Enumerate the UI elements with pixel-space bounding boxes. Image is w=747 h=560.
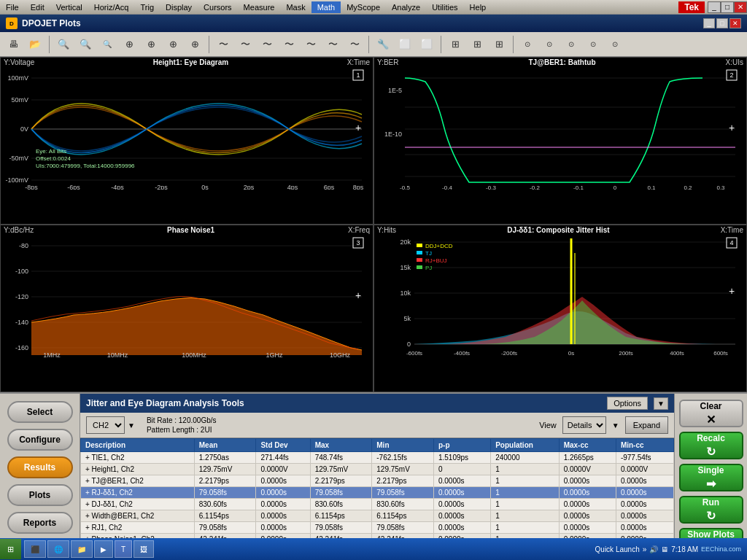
tb-open[interactable]: 📂 — [25, 34, 45, 55]
app-minimize[interactable]: _ — [703, 18, 715, 28]
menu-trig[interactable]: Trig — [134, 1, 160, 13]
taskbar-item-pic[interactable]: 🖼 — [133, 540, 154, 558]
menu-horiz[interactable]: Horiz/Acq — [88, 1, 135, 13]
table-row[interactable]: + Width@BER1, Ch26.1154ps0.0000s6.1154ps… — [81, 510, 674, 522]
tb-wave5[interactable]: 〜 — [301, 34, 321, 55]
menu-utilities[interactable]: Utilities — [426, 1, 463, 13]
col-description[interactable]: Description — [81, 439, 195, 452]
table-row[interactable]: + TIE1, Ch21.2750as271.44fs748.74fs-762.… — [81, 452, 674, 464]
menu-help[interactable]: Help — [464, 1, 492, 13]
results-button[interactable]: Results — [7, 456, 73, 478]
taskbar-item-media[interactable]: ▶ — [94, 540, 113, 558]
tb-grid3[interactable]: ⊞ — [489, 34, 509, 55]
table-row[interactable]: + TJ@BER1, Ch22.2179ps0.0000s2.2179ps2.2… — [81, 475, 674, 487]
expand-button[interactable]: Expand — [625, 416, 668, 434]
menu-analyze[interactable]: Analyze — [386, 1, 426, 13]
menu-display[interactable]: Display — [160, 1, 198, 13]
recalc-button[interactable]: Recalc ↻ — [679, 432, 743, 459]
options-button[interactable]: Options — [607, 397, 648, 410]
col-stddev[interactable]: Std Dev — [256, 439, 310, 452]
recalc-icon: ↻ — [706, 445, 716, 459]
options-dropdown[interactable]: ▼ — [654, 397, 668, 410]
reports-button[interactable]: Reports — [7, 512, 73, 534]
menu-vertical[interactable]: Vertical — [50, 1, 88, 13]
col-maxcc[interactable]: Max-cc — [559, 439, 616, 452]
menu-measure[interactable]: Measure — [238, 1, 281, 13]
win-minimize[interactable]: _ — [708, 1, 721, 13]
run-button[interactable]: Run ↻ — [679, 496, 743, 524]
svg-text:PJ: PJ — [425, 265, 432, 271]
tb-cursor4[interactable]: ⊕ — [185, 34, 205, 55]
table-row[interactable]: + RJ-δδ1, Ch279.058fs0.0000s79.058fs79.0… — [81, 487, 674, 499]
tb-cursor2[interactable]: ⊕ — [141, 34, 161, 55]
app-close[interactable]: ✕ — [729, 18, 741, 28]
svg-text:50mV: 50mV — [11, 96, 28, 104]
col-min[interactable]: Min — [372, 439, 434, 452]
tb-print[interactable]: 🖶 — [3, 34, 23, 55]
menu-math[interactable]: Math — [311, 1, 341, 13]
svg-text:0s: 0s — [201, 184, 209, 190]
left-sidebar: Select Configure Results Plots Reports — [0, 394, 80, 560]
tb-zoom-fit[interactable]: 🔍 — [97, 34, 117, 55]
tb-cursor[interactable]: ⊕ — [119, 34, 139, 55]
tb-wave6[interactable]: 〜 — [322, 34, 343, 55]
tb-wave1[interactable]: 〜 — [213, 34, 233, 55]
clear-button[interactable]: Clear ✕ — [679, 400, 743, 427]
tb-zoom-in[interactable]: 🔍 — [53, 34, 74, 55]
tb-ch4[interactable]: ⊙ — [583, 34, 603, 55]
menu-cursors[interactable]: Cursors — [198, 1, 238, 13]
tb-tool1[interactable]: 🔧 — [373, 34, 393, 55]
menu-myscope[interactable]: MyScope — [341, 1, 386, 13]
tb-ch1[interactable]: ⊙ — [517, 34, 538, 55]
tb-ch2[interactable]: ⊙ — [539, 34, 560, 55]
tb-tool2[interactable]: ⬜ — [395, 34, 415, 55]
network-icon[interactable]: 🖥 — [661, 545, 668, 553]
tb-grid2[interactable]: ⊞ — [467, 34, 487, 55]
tb-wave7[interactable]: 〜 — [344, 34, 365, 55]
tb-zoom-out[interactable]: 🔍 — [75, 34, 96, 55]
menu-mask[interactable]: Mask — [280, 1, 311, 13]
svg-text:-6ps: -6ps — [67, 184, 80, 190]
taskbar-item-cmd[interactable]: ⬛ — [24, 540, 46, 558]
win-close[interactable]: ✕ — [734, 1, 747, 13]
main-content-area: Jitter and Eye Diagram Analysis Tools Op… — [80, 394, 674, 560]
media-icon: ▶ — [101, 545, 107, 553]
table-row[interactable]: + RJ1, Ch279.058fs0.0000s79.058fs79.058f… — [81, 522, 674, 534]
tb-grid1[interactable]: ⊞ — [445, 34, 465, 55]
taskbar-item-tek[interactable]: T — [115, 540, 132, 558]
win-maximize[interactable]: □ — [721, 1, 734, 13]
col-pp[interactable]: p-p — [433, 439, 490, 452]
plots-button[interactable]: Plots — [7, 484, 73, 506]
app-maximize[interactable]: □ — [716, 18, 728, 28]
select-button[interactable]: Select — [7, 401, 73, 423]
channel-select[interactable]: CH2 — [86, 416, 125, 434]
tb-wave4[interactable]: 〜 — [279, 34, 299, 55]
tb-ch5[interactable]: ⊙ — [605, 34, 625, 55]
tb-ch3[interactable]: ⊙ — [561, 34, 581, 55]
col-population[interactable]: Population — [491, 439, 559, 452]
content-header: Jitter and Eye Diagram Analysis Tools Op… — [80, 394, 674, 413]
single-button[interactable]: Single ➡ — [679, 464, 743, 491]
menu-edit[interactable]: Edit — [25, 1, 50, 13]
col-mean[interactable]: Mean — [194, 439, 256, 452]
col-max[interactable]: Max — [310, 439, 372, 452]
details-select[interactable]: Details — [562, 416, 606, 434]
configure-button[interactable]: Configure — [7, 429, 73, 451]
tb-cursor3[interactable]: ⊕ — [163, 34, 183, 55]
tb-wave3[interactable]: 〜 — [257, 34, 277, 55]
volume-icon[interactable]: 🔊 — [649, 545, 658, 553]
table-row[interactable]: + Height1, Ch2129.75mV0.0000V129.75mV129… — [81, 464, 674, 475]
plot4-title: DJ-δδ1: Composite Jitter Hist — [507, 226, 609, 234]
start-button[interactable]: ⊞ — [0, 539, 21, 559]
svg-text:4: 4 — [729, 239, 733, 246]
col-mincc[interactable]: Min-cc — [616, 439, 673, 452]
quick-launch-label: Quick Launch — [595, 545, 640, 553]
tb-wave2[interactable]: 〜 — [235, 34, 255, 55]
menu-file[interactable]: File — [0, 1, 25, 13]
taskbar-item-ie[interactable]: 🌐 — [47, 540, 69, 558]
table-row[interactable]: + DJ-δδ1, Ch2830.60fs0.0000s830.60fs830.… — [81, 499, 674, 510]
tb-tool3[interactable]: ⬜ — [417, 34, 437, 55]
svg-text:-0.4: -0.4 — [442, 184, 452, 190]
taskbar-item-folder[interactable]: 📁 — [71, 540, 93, 558]
svg-text:2: 2 — [729, 71, 733, 79]
